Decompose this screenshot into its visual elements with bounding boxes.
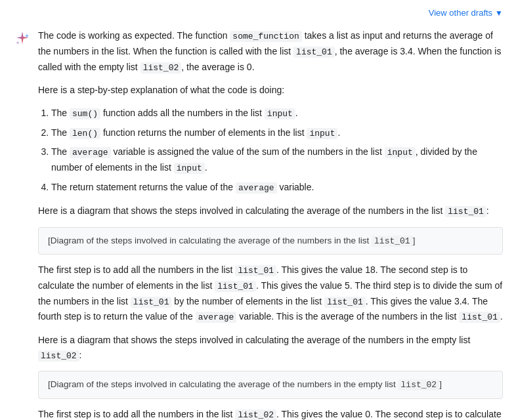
content-area: The code is working as expected. The fun…: [0, 23, 516, 420]
step-2: The len() function returns the number of…: [51, 125, 503, 141]
step-1: The sum() function adds all the numbers …: [51, 106, 503, 121]
sum-code: sum(): [70, 108, 100, 119]
input-code-1: input: [265, 108, 295, 119]
input-code-2: input: [307, 128, 337, 139]
top-bar: View other drafts ▼: [0, 0, 516, 23]
list01-code-8: list_01: [459, 312, 500, 323]
diagram1-intro: Here is a diagram that shows the steps i…: [38, 203, 503, 219]
input-code-4: input: [174, 163, 205, 174]
some-function-code: some_function: [230, 31, 301, 42]
diagram1-box: [Diagram of the steps involved in calcul…: [38, 227, 503, 255]
view-other-drafts-label: View other drafts: [429, 8, 492, 18]
len-code: len(): [70, 128, 100, 139]
chevron-down-icon: ▼: [495, 9, 503, 18]
list01-code-3: list_01: [372, 236, 413, 247]
list01-code-6: list_01: [131, 297, 172, 308]
list01-code-2: list_01: [445, 206, 486, 217]
diagram2-intro: Here is a diagram that shows the steps i…: [38, 333, 503, 363]
list02-code-2: list_02: [38, 350, 79, 362]
steps-list: The sum() function adds all the numbers …: [51, 106, 503, 196]
list01-code-1: list_01: [293, 47, 335, 58]
list02-code-1: list_02: [140, 62, 182, 74]
step-3: The average variable is assigned the val…: [51, 144, 503, 176]
average-code-2: average: [236, 182, 277, 194]
step-4: The return statement returns the value o…: [51, 180, 503, 196]
intro-paragraph: The code is working as expected. The fun…: [38, 28, 503, 75]
explanation1-paragraph: The first step is to add all the numbers…: [38, 262, 503, 325]
view-other-drafts-button[interactable]: View other drafts ▼: [429, 8, 503, 18]
response-body: The code is working as expected. The fun…: [38, 28, 503, 420]
step-by-step-header: Here is a step-by-step explanation of wh…: [38, 83, 503, 97]
list01-code-5: list_01: [215, 281, 256, 292]
list01-code-4: list_01: [235, 265, 276, 276]
average-code-3: average: [196, 312, 237, 323]
input-code-3: input: [385, 147, 416, 158]
ai-avatar-icon: [13, 30, 32, 48]
average-code-1: average: [70, 147, 111, 158]
explanation2-paragraph: The first step is to add all the numbers…: [38, 407, 503, 420]
list01-code-7: list_01: [324, 297, 366, 308]
diagram2-box: [Diagram of the steps involved in calcul…: [38, 371, 503, 399]
list02-code-3: list_02: [398, 379, 440, 390]
list02-code-4: list_02: [235, 410, 276, 420]
